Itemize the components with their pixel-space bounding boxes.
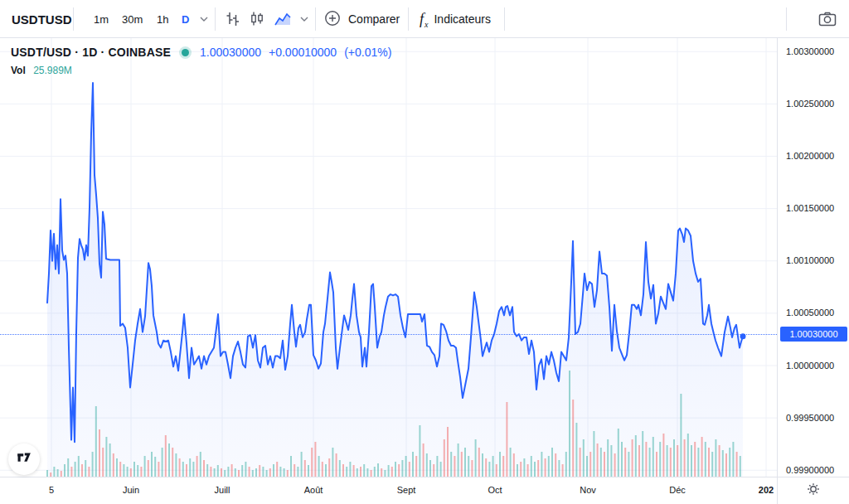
time-axis-label: Août [304,485,323,495]
toolbar-divider [408,7,409,31]
camera-icon [817,8,838,30]
chevron-down-icon [298,12,311,26]
function-fx-icon: fx [420,11,427,28]
screenshot-button[interactable] [817,0,838,38]
chevron-down-icon [197,12,211,26]
price-axis-label: 0.99950000 [786,413,834,423]
time-axis[interactable]: 5JuinJuillAoûtSeptOctNovDéc202 [0,477,777,504]
volume-value: 25.989M [33,65,72,76]
timeframe-dropdown-button[interactable] [197,0,211,38]
chart-legend: USDT/USD · 1D · COINBASE 1.00030000 +0.0… [11,46,391,76]
gear-icon [806,482,821,500]
price-axis[interactable]: 1.00030000 1.003000001.002500001.0020000… [777,38,849,477]
time-axis-label: Déc [669,485,686,495]
time-axis-label: Juill [215,485,230,495]
axis-settings-corner[interactable] [777,477,849,504]
current-price-dotted-line [0,334,777,335]
compare-button[interactable]: Comparer [323,0,400,38]
time-axis-label: Juin [123,485,139,495]
time-axis-label: Nov [580,485,596,495]
time-axis-label: Oct [488,485,502,495]
price-axis-label: 1.00250000 [786,99,834,109]
candlestick-icon [248,10,266,28]
ohlc-bars-icon [223,10,241,28]
price-axis-label: 1.00100000 [786,255,834,265]
market-status-dot-icon [182,49,189,56]
chart-pane[interactable] [0,38,777,477]
bar-chart-type-button[interactable] [223,0,241,38]
indicators-button[interactable]: fx Indicateurs [420,0,491,38]
price-change-percent: (+0.01%) [344,46,391,59]
price-axis-label: 1.00200000 [786,151,834,161]
chart-type-dropdown-button[interactable] [298,0,311,38]
toolbar-divider [215,7,216,31]
trading-chart-app: USDTUSD 1m 30m 1h D [0,0,849,504]
toolbar-divider [504,7,505,31]
symbol-description[interactable]: USDT/USD · 1D · COINBASE [11,46,171,59]
time-axis-label: 5 [49,485,54,495]
time-axis-label: 202 [759,485,774,495]
timeframe-1d-button[interactable]: D [182,0,189,38]
indicators-label: Indicateurs [434,12,490,26]
timeframe-1m-button[interactable]: 1m [94,0,109,38]
price-change-value: +0.00010000 [269,46,337,59]
current-price-tag: 1.00030000 [780,327,847,342]
area-chart-type-button-active[interactable] [273,0,293,38]
top-toolbar: USDTUSD 1m 30m 1h D [0,0,849,38]
price-axis-label: 0.99900000 [786,465,834,475]
plus-circle-icon [323,9,342,30]
timeframe-1h-button[interactable]: 1h [157,0,168,38]
tradingview-logo[interactable] [8,443,40,475]
time-axis-label: Sept [397,485,416,495]
compare-label: Comparer [348,12,400,26]
price-axis-label: 1.00000000 [786,361,834,371]
volume-label[interactable]: Vol [11,65,26,76]
price-chart-canvas[interactable] [0,38,777,477]
toolbar-divider [786,7,787,31]
toolbar-divider [315,7,316,31]
price-axis-label: 1.00150000 [786,203,834,213]
price-axis-label: 1.00300000 [786,46,834,56]
candles-chart-type-button[interactable] [248,0,266,38]
price-axis-label: 1.00050000 [786,308,834,317]
area-chart-icon [273,9,293,29]
symbol-label: USDTUSD [12,12,72,27]
last-price-value: 1.00030000 [200,46,261,59]
toolbar-divider [73,7,74,31]
symbol-search-button[interactable]: USDTUSD [12,0,72,38]
timeframe-30m-button[interactable]: 30m [122,0,143,38]
tradingview-mark-icon [15,448,33,470]
